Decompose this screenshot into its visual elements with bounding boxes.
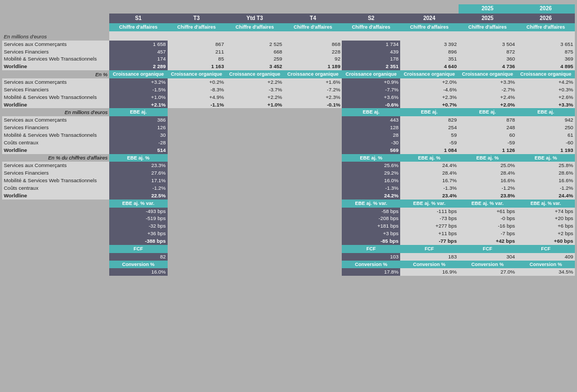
s3-worldline-label: Worldline	[2, 147, 109, 154]
s6-worldline-2026: 409	[516, 253, 575, 261]
fcf-2025-header: FCF	[459, 245, 517, 253]
s5-mswt-row: -32 bps +181 bps +277 bps -16 bps +6 bps	[2, 222, 575, 230]
fcf-s1-header: FCF	[109, 245, 168, 253]
chiffre-header-row: Chiffre d'affaires Chiffre d'affaires Ch…	[2, 23, 575, 31]
s5-sac-s1: -493 bps	[109, 208, 168, 215]
s3-sf-s2: 128	[342, 124, 400, 131]
s3-sf-2024: 254	[400, 124, 459, 131]
crois-ytdt3: Croissance organique	[226, 70, 284, 78]
s2-mswt-label: Mobilité & Services Web Transactionnels	[2, 94, 109, 101]
s5-sf-2024: -73 bps	[400, 215, 459, 222]
s1-sac-2025: 3 504	[459, 41, 517, 48]
s2-sac-2024: +2.0%	[400, 78, 459, 86]
ebepct-2024: EBE aj. %	[400, 154, 459, 162]
s2-sf-row: Services Financiers -1.5% -8.3% -3.7% -7…	[2, 86, 575, 94]
s2-mswt-2026: +2.6%	[516, 94, 575, 101]
s4-sac-2025: 25.0%	[459, 162, 517, 169]
s7-worldline-2024: 16.9%	[400, 268, 459, 276]
fcf-2026-header: FCF	[516, 245, 575, 253]
s2-mswt-s2: +3.6%	[342, 94, 400, 101]
s4-sf-2024: 28.4%	[400, 169, 459, 177]
chiffre-s1: Chiffre d'affaires	[109, 23, 168, 31]
s1-mswt-label: Mobilité & Services Web Transactionnels	[2, 55, 109, 63]
s2-worldline-s1: +2.1%	[109, 101, 168, 109]
s3-worldline-s1: 514	[109, 147, 168, 154]
ebe-var-header-row: EBE aj. % var. EBE aj. % var. EBE aj. % …	[2, 200, 575, 208]
s2-sf-2026: +0.3%	[516, 86, 575, 94]
s2-worldline-t4: -0.1%	[284, 101, 342, 109]
s1-mswt-t4: 92	[284, 55, 342, 63]
s7-worldline-s2: 17.8%	[342, 268, 400, 276]
s1-sf-2026: 875	[516, 48, 575, 56]
s3-cout-s2: -30	[342, 139, 400, 147]
t3-header: T3	[168, 14, 226, 24]
s2-worldline-ytdt3: +1.0%	[226, 101, 284, 109]
s4-worldline-row: Worldline 22.5% 24.2% 23.4% 23.8% 24.4%	[2, 192, 575, 200]
fcf-2024-header: FCF	[400, 245, 459, 253]
s3-worldline-2026: 1 193	[516, 147, 575, 154]
s1-worldline-2024: 4 640	[400, 63, 459, 70]
s4-mswt-row: Mobilité & Services Web Transactionnels …	[2, 177, 575, 184]
s2-sf-s1: -1.5%	[109, 86, 168, 94]
s5-mswt-2024: +277 bps	[400, 222, 459, 230]
ebe-header-row: En millions d'euros EBE aj. EBE aj. EBE …	[2, 108, 575, 116]
s3-cout-2024: -59	[400, 139, 459, 147]
s2-sac-s1: +3.2%	[109, 78, 168, 86]
s2-worldline-row: Worldline +2.1% -1.1% +1.0% -0.1% -0.6% …	[2, 101, 575, 109]
s4-sf-2025: 28.4%	[459, 169, 517, 177]
s1-sac-ytdt3: 2 525	[226, 41, 284, 48]
s3-mswt-2026: 61	[516, 131, 575, 139]
s1-worldline-row: Worldline 2 289 1 163 3 452 1 189 2 351 …	[2, 63, 575, 70]
s5-mswt-2026: +6 bps	[516, 222, 575, 230]
ebe-2025: EBE aj.	[459, 108, 517, 116]
crois-t3: Croissance organique	[168, 70, 226, 78]
s6-worldline-s1: 82	[109, 253, 168, 261]
s5-sf-s2: -208 bps	[342, 215, 400, 222]
s1-mswt-s1: 174	[109, 55, 168, 63]
crois-s1: Croissance organique	[109, 70, 168, 78]
s4-mswt-label: Mobilité & Services Web Transactionnels	[2, 177, 109, 184]
s1-mswt-2025: 360	[459, 55, 517, 63]
s2-worldline-label: Worldline	[2, 101, 109, 109]
ebepct-s1: EBE aj. %	[109, 154, 168, 162]
conv-2024-header: Conversion %	[400, 261, 459, 269]
s1-worldline-2026: 4 895	[516, 63, 575, 70]
s5-cout-2024: +11 bps	[400, 230, 459, 237]
s1-sf-t4: 228	[284, 48, 342, 56]
s1-worldline-2025: 4 736	[459, 63, 517, 70]
s2-sf-2025: -2.7%	[459, 86, 517, 94]
conversion-header-row: Conversion % Conversion % Conversion % C…	[2, 261, 575, 269]
s7-worldline-s1: 16.0%	[109, 268, 168, 276]
s4-sf-2026: 28.6%	[516, 169, 575, 177]
s5-worldline-2025: +42 bps	[459, 237, 517, 245]
s1-worldline-s1: 2 289	[109, 63, 168, 70]
s1-mswt-2024: 351	[400, 55, 459, 63]
s1-sf-row: Services Financiers 457 211 668 228 439 …	[2, 48, 575, 56]
financial-table: 2025 2026 S1 T3 Ytd T3 T4 S2 2024 2025 2…	[2, 4, 575, 276]
s4-cout-2024: -1.3%	[400, 184, 459, 192]
s1-mswt-2026: 369	[516, 55, 575, 63]
s1-mswt-t3: 85	[168, 55, 226, 63]
s5-mswt-2025: -16 bps	[459, 222, 517, 230]
crois-2026: Croissance organique	[516, 70, 575, 78]
s4-cout-2025: -1.2%	[459, 184, 517, 192]
ebevar-s1: EBE aj. % var.	[109, 200, 168, 208]
ebe-pct-header-row: En % du chiffres d'affaires EBE aj. % EB…	[2, 154, 575, 162]
ebepct-2026: EBE aj. %	[516, 154, 575, 162]
s3-mswt-row: Mobilité & Services Web Transactionnels …	[2, 131, 575, 139]
s4-cout-2026: -1.2%	[516, 184, 575, 192]
s1-sf-label: Services Financiers	[2, 48, 109, 56]
s1-mswt-row: Mobilité & Services Web Transactionnels …	[2, 55, 575, 63]
ebe-s1: EBE aj.	[109, 108, 168, 116]
period-header-row: S1 T3 Ytd T3 T4 S2 2024 2025 2026	[2, 14, 575, 24]
s2-sac-2025: +3.3%	[459, 78, 517, 86]
s3-worldline-2025: 1 126	[459, 147, 517, 154]
s2-mswt-t4: +2.3%	[284, 94, 342, 101]
ebe-2024: EBE aj.	[400, 108, 459, 116]
section1-label-row: En millions d'euros	[2, 31, 575, 41]
crois-2025: Croissance organique	[459, 70, 517, 78]
s3-sac-label: Services aux Commerçants	[2, 116, 109, 124]
s3-sf-label: Services Financiers	[2, 124, 109, 131]
s2-sf-s2: -7.7%	[342, 86, 400, 94]
s5-sac-row: -493 bps -58 bps -111 bps +61 bps +74 bp…	[2, 208, 575, 215]
